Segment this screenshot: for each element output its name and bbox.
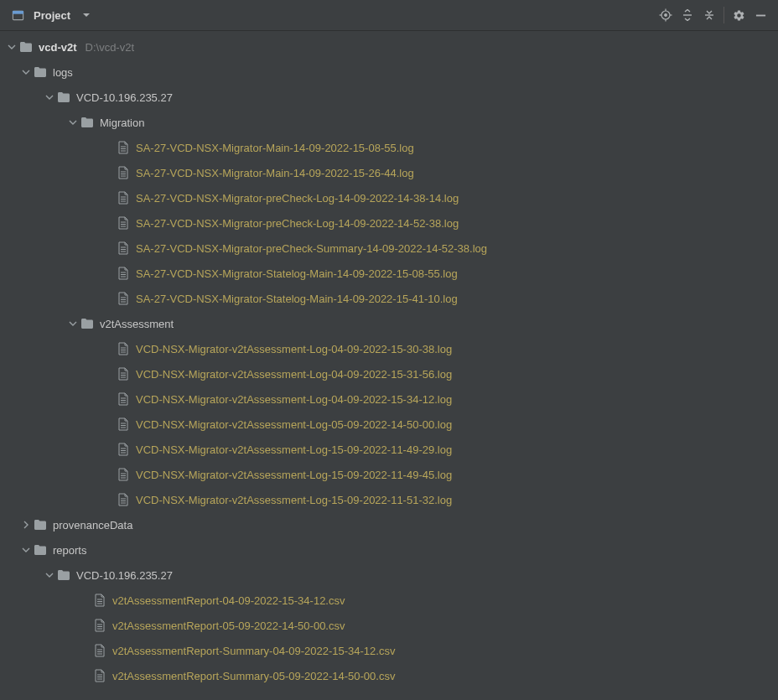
file-icon [92, 593, 107, 608]
file-icon [116, 417, 131, 432]
project-toolbar: Project [0, 0, 778, 31]
folder-migration[interactable]: Migration [0, 110, 778, 135]
hide-icon[interactable] [749, 4, 771, 26]
file-item[interactable]: SA-27-VCD-NSX-Migrator-Main-14-09-2022-1… [0, 160, 778, 185]
chevron-right-icon[interactable] [19, 518, 33, 531]
folder-label: v2tAssessment [100, 318, 174, 330]
file-icon [116, 341, 131, 356]
svg-rect-10 [755, 14, 765, 16]
folder-logs-vcd[interactable]: VCD-10.196.235.27 [0, 85, 778, 110]
file-icon [92, 668, 107, 683]
file-icon [92, 643, 107, 658]
folder-label: reports [53, 544, 86, 557]
file-label: v2tAssessmentReport-Summary-04-09-2022-1… [112, 645, 395, 657]
file-item[interactable]: VCD-NSX-Migrator-v2tAssessment-Log-05-09… [0, 412, 778, 437]
toolbar-left: Project [7, 4, 97, 26]
folder-icon [33, 542, 48, 557]
file-icon [116, 165, 131, 180]
file-item[interactable]: SA-27-VCD-NSX-Migrator-preCheck-Log-14-0… [0, 185, 778, 210]
chevron-down-icon[interactable] [66, 116, 80, 129]
file-label: SA-27-VCD-NSX-Migrator-preCheck-Log-14-0… [136, 192, 459, 205]
file-item[interactable]: VCD-NSX-Migrator-v2tAssessment-Log-04-09… [0, 336, 778, 361]
folder-label: VCD-10.196.235.27 [76, 569, 173, 582]
folder-label: VCD-10.196.235.27 [76, 91, 173, 104]
svg-point-3 [665, 14, 667, 17]
folder-logs[interactable]: logs [0, 60, 778, 85]
folder-icon [56, 90, 71, 105]
root-path: D:\vcd-v2t [86, 41, 135, 54]
chevron-down-icon[interactable] [43, 91, 56, 104]
file-label: v2tAssessmentReport-05-09-2022-14-50-00.… [112, 620, 345, 632]
file-item[interactable]: v2tAssessmentReport-Summary-04-09-2022-1… [0, 638, 778, 663]
file-label: VCD-NSX-Migrator-v2tAssessment-Log-15-09… [136, 469, 452, 481]
project-window-icon[interactable] [7, 4, 29, 26]
view-mode-dropdown-icon[interactable] [75, 4, 97, 26]
file-item[interactable]: VCD-NSX-Migrator-v2tAssessment-Log-15-09… [0, 462, 778, 487]
file-label: SA-27-VCD-NSX-Migrator-preCheck-Summary-… [136, 242, 487, 255]
expand-all-icon[interactable] [677, 4, 698, 26]
folder-icon [80, 316, 95, 331]
folder-reports[interactable]: reports [0, 537, 778, 563]
file-icon [116, 291, 131, 306]
file-label: VCD-NSX-Migrator-v2tAssessment-Log-15-09… [136, 443, 452, 456]
file-icon [116, 492, 131, 507]
file-item[interactable]: SA-27-VCD-NSX-Migrator-Statelog-Main-14-… [0, 261, 778, 286]
tree-root[interactable]: vcd-v2t D:\vcd-v2t [0, 34, 778, 60]
folder-provenance[interactable]: provenanceData [0, 512, 778, 537]
chevron-down-icon[interactable] [19, 65, 33, 79]
file-icon [116, 266, 131, 281]
file-item[interactable]: v2tAssessmentReport-05-09-2022-14-50-00.… [0, 613, 778, 638]
folder-label: Migration [100, 117, 144, 129]
file-item[interactable]: VCD-NSX-Migrator-v2tAssessment-Log-15-09… [0, 437, 778, 462]
chevron-down-icon[interactable] [43, 568, 56, 582]
collapse-all-icon[interactable] [698, 4, 720, 26]
file-item[interactable]: v2tAssessmentReport-04-09-2022-15-34-12.… [0, 588, 778, 613]
file-item[interactable]: SA-27-VCD-NSX-Migrator-Statelog-Main-14-… [0, 286, 778, 311]
folder-icon [33, 517, 48, 532]
locate-icon[interactable] [655, 4, 677, 26]
file-icon [116, 140, 131, 155]
file-item[interactable]: v2tAssessmentReport-Summary-05-09-2022-1… [0, 663, 778, 688]
file-label: v2tAssessmentReport-Summary-05-09-2022-1… [112, 670, 395, 682]
svg-rect-1 [13, 11, 23, 13]
file-label: v2tAssessmentReport-04-09-2022-15-34-12.… [112, 594, 345, 607]
file-item[interactable]: SA-27-VCD-NSX-Migrator-preCheck-Summary-… [0, 236, 778, 261]
file-icon [116, 391, 131, 407]
file-label: VCD-NSX-Migrator-v2tAssessment-Log-15-09… [136, 494, 452, 506]
folder-reports-vcd[interactable]: VCD-10.196.235.27 [0, 563, 778, 588]
folder-icon [56, 568, 71, 583]
file-item[interactable]: VCD-NSX-Migrator-v2tAssessment-Log-04-09… [0, 361, 778, 386]
file-item[interactable]: SA-27-VCD-NSX-Migrator-Main-14-09-2022-1… [0, 135, 778, 160]
file-item[interactable]: SA-27-VCD-NSX-Migrator-preCheck-Log-14-0… [0, 210, 778, 236]
file-label: VCD-NSX-Migrator-v2tAssessment-Log-04-09… [136, 393, 452, 406]
file-icon [116, 366, 131, 381]
project-tree: vcd-v2t D:\vcd-v2t logs VCD-10.196.235.2… [0, 31, 778, 697]
file-icon [116, 190, 131, 205]
file-label: SA-27-VCD-NSX-Migrator-Main-14-09-2022-1… [136, 142, 414, 154]
root-name: vcd-v2t [39, 41, 77, 54]
folder-icon [18, 39, 34, 54]
folder-icon [80, 115, 95, 130]
settings-icon[interactable] [728, 4, 749, 26]
file-icon [116, 215, 131, 231]
file-icon [116, 442, 131, 457]
folder-v2tassessment[interactable]: v2tAssessment [0, 311, 778, 336]
file-label: SA-27-VCD-NSX-Migrator-preCheck-Log-14-0… [136, 217, 459, 230]
chevron-down-icon[interactable] [66, 317, 80, 330]
file-label: SA-27-VCD-NSX-Migrator-Statelog-Main-14-… [136, 293, 458, 305]
file-item[interactable]: VCD-NSX-Migrator-v2tAssessment-Log-15-09… [0, 487, 778, 512]
chevron-down-icon[interactable] [5, 40, 18, 54]
folder-icon [33, 65, 48, 80]
file-icon [116, 467, 131, 482]
toolbar-separator [724, 7, 724, 23]
file-label: VCD-NSX-Migrator-v2tAssessment-Log-05-09… [136, 418, 452, 431]
file-icon [116, 241, 131, 256]
folder-label: logs [53, 66, 73, 79]
file-label: SA-27-VCD-NSX-Migrator-Statelog-Main-14-… [136, 267, 458, 280]
chevron-down-icon[interactable] [19, 543, 33, 557]
file-icon [92, 618, 107, 633]
file-label: SA-27-VCD-NSX-Migrator-Main-14-09-2022-1… [136, 167, 414, 179]
toolbar-title: Project [34, 9, 70, 22]
folder-label: provenanceData [53, 519, 132, 531]
file-item[interactable]: VCD-NSX-Migrator-v2tAssessment-Log-04-09… [0, 386, 778, 412]
